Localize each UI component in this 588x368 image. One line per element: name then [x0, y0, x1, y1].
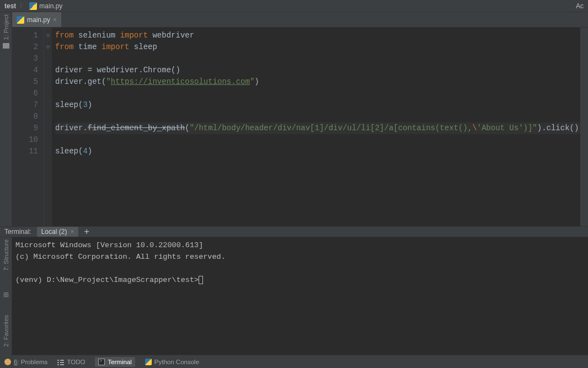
toolbar-right-action[interactable]: Ac: [576, 2, 584, 10]
terminal-panel: Terminal: Local (2) × + 7: Structure ⊞ 2…: [0, 226, 588, 355]
breadcrumb-bar: test 〉 main.py Ac: [0, 0, 588, 12]
python-file-icon: [17, 16, 24, 24]
editor-area: main.py × 1 2 3 4 5 6 7 8 9 10 11 ⊖ ⊖: [12, 12, 588, 226]
close-icon[interactable]: ×: [70, 228, 74, 236]
status-todo[interactable]: TODO: [57, 359, 85, 365]
terminal-output[interactable]: Microsoft Windows [Version 10.0.22000.61…: [12, 237, 588, 368]
project-tool-button[interactable]: 1: Project: [3, 14, 9, 40]
code-content[interactable]: from selenium import webdriver from time…: [52, 28, 580, 226]
structure-tool-button[interactable]: 7: Structure: [3, 239, 9, 271]
breadcrumb-filename: main.py: [39, 2, 62, 10]
close-icon[interactable]: ×: [53, 16, 57, 24]
line-number-gutter: 1 2 3 4 5 6 7 8 9 10 11: [12, 28, 44, 226]
editor-tab-bar: main.py ×: [12, 12, 588, 28]
warning-icon: [4, 359, 11, 365]
status-problems[interactable]: 6: Problems: [4, 359, 47, 365]
editor-tab-main[interactable]: main.py ×: [12, 12, 61, 27]
add-terminal-button[interactable]: +: [84, 227, 89, 237]
favorites-tool-button[interactable]: 2: Favorites: [3, 315, 9, 346]
terminal-tab-local[interactable]: Local (2) ×: [37, 227, 79, 237]
tab-filename: main.py: [27, 16, 50, 24]
terminal-title: Terminal:: [4, 228, 31, 236]
breadcrumb-project[interactable]: test: [4, 2, 16, 10]
breadcrumb-sep: 〉: [19, 1, 26, 10]
status-terminal[interactable]: Terminal: [95, 357, 135, 367]
editor-right-strip: [580, 28, 588, 226]
status-python-console[interactable]: Python Console: [145, 359, 199, 365]
terminal-icon: [98, 359, 105, 365]
folder-icon: [3, 43, 9, 49]
python-icon: [145, 359, 152, 365]
breadcrumb-file[interactable]: main.py: [29, 2, 62, 10]
terminal-header: Terminal: Local (2) × +: [0, 226, 588, 237]
list-icon: [57, 359, 64, 365]
left-tool-gutter: 1: Project: [0, 12, 12, 226]
python-file-icon: [29, 2, 37, 10]
structure-icon: ⊞: [3, 291, 9, 298]
left-tool-gutter-lower: 7: Structure ⊞ 2: Favorites ★: [0, 237, 12, 368]
code-editor[interactable]: 1 2 3 4 5 6 7 8 9 10 11 ⊖ ⊖ from seleniu…: [12, 28, 588, 226]
terminal-cursor: [199, 276, 203, 284]
fold-gutter: ⊖ ⊖: [44, 28, 52, 226]
